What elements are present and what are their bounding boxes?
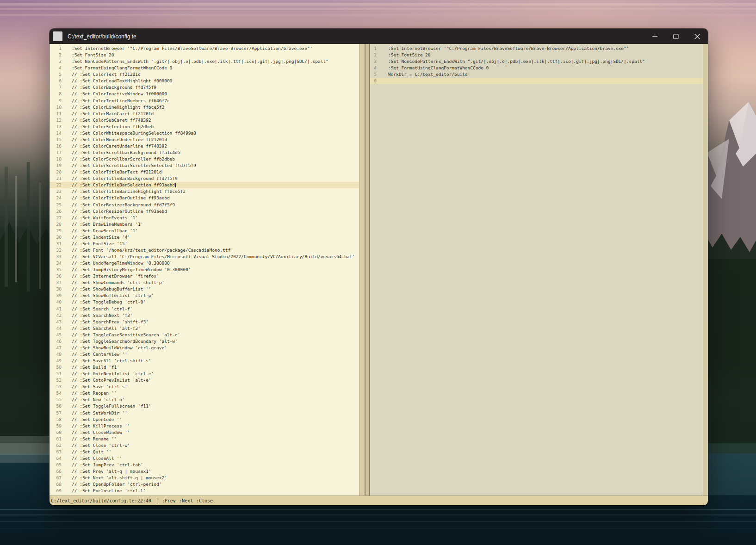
line-text: // :Set SearchNext 'f3' bbox=[62, 312, 133, 319]
code-line[interactable]: 7// :Set ColorBackground ffd7f5f9 bbox=[50, 84, 365, 91]
left-pane-scrollbar[interactable] bbox=[359, 44, 365, 495]
line-number: 7 bbox=[50, 84, 62, 91]
code-line[interactable]: 49// :Set SaveAll 'ctrl-shift-s' bbox=[50, 358, 365, 364]
code-line[interactable]: 25// :Set ColorResizerBackground ffd7f5f… bbox=[50, 202, 365, 208]
close-button[interactable] bbox=[687, 29, 708, 44]
code-line[interactable]: 50// :Set Build 'f1' bbox=[50, 364, 365, 371]
code-line[interactable]: 16// :Set ColorCaretUnderline ff748392 bbox=[50, 143, 365, 149]
line-text: // :Set IndentSize '4' bbox=[62, 234, 130, 241]
code-line[interactable]: 40// :Set ToggleDebug 'ctrl-0' bbox=[50, 299, 365, 305]
code-line[interactable]: 41// :Set Search 'ctrl-f' bbox=[50, 306, 365, 312]
line-number: 22 bbox=[50, 182, 62, 188]
code-line[interactable]: 33// :Set VCVarsall 'C:/Program Files/Mi… bbox=[50, 254, 365, 260]
code-line[interactable]: 60// :Set CloseWindow '' bbox=[50, 429, 365, 436]
right-pane-scrollbar[interactable] bbox=[703, 44, 708, 495]
code-line[interactable]: 24// :Set ColorTitleBarOutline ff93aebd bbox=[50, 195, 365, 201]
code-line[interactable]: 27// :Set WaitForEvents '1' bbox=[50, 215, 365, 221]
line-text: // :Set SetWorkDir '' bbox=[62, 410, 127, 416]
status-action-prev[interactable]: :Prev bbox=[162, 498, 176, 503]
code-line[interactable]: 54// :Set Reopen '' bbox=[50, 390, 365, 396]
code-line[interactable]: 3:Set NonCodePatterns_EndsWith ".git/|.o… bbox=[50, 58, 365, 65]
code-line[interactable]: 66// :Set Prev 'alt-q | mousex1' bbox=[50, 468, 365, 475]
code-line[interactable]: 42// :Set SearchNext 'f3' bbox=[50, 312, 365, 319]
status-action-next[interactable]: :Next bbox=[179, 498, 193, 503]
code-area-right: 1:Set InternetBrowser '"C:/Program Files… bbox=[370, 45, 708, 84]
code-line[interactable]: 4:Set FormatUsingClangFormatWhenCCode 0 bbox=[370, 65, 708, 71]
code-line[interactable]: 9// :Set ColorTextLineNumbers ff646f7c bbox=[50, 98, 365, 104]
code-line[interactable]: 3:Set NonCodePatterns_EndsWith ".git/|.o… bbox=[370, 58, 708, 65]
minimize-button[interactable] bbox=[644, 29, 665, 44]
code-line[interactable]: 17// :Set ColorScrollbarBackground ffa1c… bbox=[50, 149, 365, 156]
code-line[interactable]: 2:Set FontSize 20 bbox=[370, 52, 708, 58]
code-line[interactable]: 19// :Set ColorScrollbarScrollerSelected… bbox=[50, 162, 365, 169]
maximize-button[interactable] bbox=[665, 29, 687, 44]
code-line[interactable]: 69// :Set EncloseLine 'ctrl-l' bbox=[50, 488, 365, 494]
code-line[interactable]: 62// :Set Close 'ctrl-w' bbox=[50, 442, 365, 449]
code-line[interactable]: 26// :Set ColorResizerOutline ff93aebd bbox=[50, 208, 365, 215]
code-line[interactable]: 48// :Set CenterView '' bbox=[50, 351, 365, 358]
code-line[interactable]: 29// :Set DrawScrollbar '1' bbox=[50, 228, 365, 234]
code-line[interactable]: 38// :Set ShowDebugBufferList '' bbox=[50, 286, 365, 292]
code-line[interactable]: 10// :Set ColorLineHighlight ffbce5f2 bbox=[50, 104, 365, 111]
code-line[interactable]: 15// :Set ColorMouseUnderline ff21201d bbox=[50, 136, 365, 143]
code-line[interactable]: 46// :Set ToggleSearchWordBoundary 'alt-… bbox=[50, 338, 365, 345]
code-line[interactable]: 51// :Set GotoNextInList 'ctrl-e' bbox=[50, 371, 365, 377]
code-line[interactable]: 28// :Set DrawLineNumbers '1' bbox=[50, 221, 365, 228]
code-line[interactable]: 68// :Set OpenUpFolder 'ctrl-period' bbox=[50, 481, 365, 488]
pane-splitter[interactable] bbox=[365, 44, 370, 495]
code-line[interactable]: 61// :Set Rename '' bbox=[50, 436, 365, 442]
code-line[interactable]: 55// :Set New 'ctrl-n' bbox=[50, 396, 365, 403]
code-line[interactable]: 65// :Set JumpPrev 'ctrl-tab' bbox=[50, 462, 365, 468]
code-line[interactable]: 11// :Set ColorMainCaret ff21201d bbox=[50, 111, 365, 117]
code-line[interactable]: 36// :Set InternetBrowser 'firefox' bbox=[50, 273, 365, 279]
code-line[interactable]: 56// :Set ToggleFullscreen 'f11' bbox=[50, 403, 365, 409]
code-line[interactable]: 1:Set InternetBrowser '"C:/Program Files… bbox=[50, 45, 365, 52]
code-line[interactable]: 23// :Set ColorTitleBarLineHighlight ffb… bbox=[50, 188, 365, 195]
code-line[interactable]: 1:Set InternetBrowser '"C:/Program Files… bbox=[370, 45, 708, 52]
line-number: 58 bbox=[50, 416, 62, 423]
code-line[interactable]: 39// :Set ShowBufferList 'ctrl-p' bbox=[50, 292, 365, 299]
code-line[interactable]: 18// :Set ColorScrollbarScroller ffb2dbe… bbox=[50, 156, 365, 162]
code-line[interactable]: 8// :Set ColorInactiveWindow 1f000000 bbox=[50, 91, 365, 97]
editor-pane-right[interactable]: 1:Set InternetBrowser '"C:/Program Files… bbox=[370, 44, 708, 495]
code-line[interactable]: 57// :Set SetWorkDir '' bbox=[50, 410, 365, 416]
title-bar[interactable]: C:/text_editor/build/config.te bbox=[50, 29, 708, 44]
line-text: // :Set CloseAll '' bbox=[62, 455, 122, 462]
code-line[interactable]: 6 bbox=[370, 78, 708, 84]
editor-pane-left[interactable]: 1:Set InternetBrowser '"C:/Program Files… bbox=[50, 44, 365, 495]
code-line[interactable]: 59// :Set KillProcess '' bbox=[50, 423, 365, 429]
code-line[interactable]: 35// :Set JumpHistoryMergeTimeWindow '0.… bbox=[50, 266, 365, 273]
line-number: 3 bbox=[50, 58, 62, 65]
code-line[interactable]: 34// :Set UndoMergeTimeWindow '0.300000' bbox=[50, 260, 365, 266]
code-line[interactable]: 6// :Set ColorLoadTextHighlight f000000 bbox=[50, 78, 365, 84]
code-line[interactable]: 37// :Set ShowCommands 'ctrl-shift-p' bbox=[50, 279, 365, 286]
code-line[interactable]: 5WorkDir = C:/text_editor/build bbox=[370, 71, 708, 78]
line-text: // :Set ShowDebugBufferList '' bbox=[62, 286, 151, 292]
code-line[interactable]: 22// :Set ColorTitleBarSelection ff93aeb… bbox=[50, 182, 365, 188]
code-line[interactable]: 4:Set FormatUsingClangFormatWhenCCode 0 bbox=[50, 65, 365, 71]
code-line[interactable]: 64// :Set CloseAll '' bbox=[50, 455, 365, 462]
code-line[interactable]: 45// :Set ToggleCaseSensitiveSearch 'alt… bbox=[50, 332, 365, 338]
code-line[interactable]: 5// :Set ColorText ff21201d bbox=[50, 71, 365, 78]
status-action-close[interactable]: :Close bbox=[196, 498, 213, 503]
code-line[interactable]: 53// :Set Save 'ctrl-s' bbox=[50, 384, 365, 390]
code-line[interactable]: 43// :Set SearchPrev 'shift-f3' bbox=[50, 319, 365, 325]
code-line[interactable]: 58// :Set OpenCode '' bbox=[50, 416, 365, 423]
line-text: // :Set VCVarsall 'C:/Program Files/Micr… bbox=[62, 254, 355, 260]
code-line[interactable]: 67// :Set Next 'alt-shift-q | mousex2' bbox=[50, 475, 365, 481]
code-line[interactable]: 44// :Set SearchAll 'alt-f3' bbox=[50, 325, 365, 332]
code-line[interactable]: 2:Set FontSize 20 bbox=[50, 52, 365, 58]
code-line[interactable]: 13// :Set ColorSelection ffb2dbeb bbox=[50, 124, 365, 130]
code-line[interactable]: 21// :Set ColorTitleBarBackground ffd7f5… bbox=[50, 175, 365, 182]
code-line[interactable]: 20// :Set ColorTitleBarText ff21201d bbox=[50, 169, 365, 175]
code-line[interactable]: 52// :Set GotoPrevInList 'alt-e' bbox=[50, 377, 365, 384]
line-number: 6 bbox=[370, 78, 377, 84]
code-line[interactable]: 14// :Set ColorWhitespaceDuringSelection… bbox=[50, 130, 365, 136]
code-line[interactable]: 30// :Set IndentSize '4' bbox=[50, 234, 365, 241]
code-line[interactable]: 63// :Set Quit '' bbox=[50, 449, 365, 455]
line-number: 42 bbox=[50, 312, 62, 319]
code-line[interactable]: 47// :Set ShowBuildWindow 'ctrl-grave' bbox=[50, 345, 365, 351]
code-line[interactable]: 32// :Set Font '/home/krz/text_editor/pa… bbox=[50, 247, 365, 254]
code-line[interactable]: 31// :Set FontSize '15' bbox=[50, 241, 365, 247]
code-line[interactable]: 12// :Set ColorSubCaret ff748392 bbox=[50, 117, 365, 124]
